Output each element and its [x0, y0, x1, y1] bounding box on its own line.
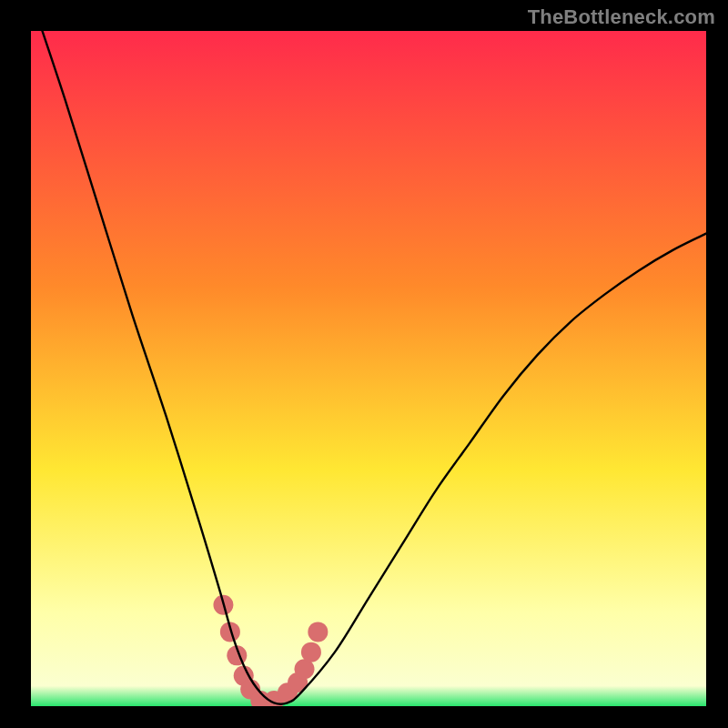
chart-frame: TheBottleneck.com	[0, 0, 728, 728]
watermark-text: TheBottleneck.com	[528, 5, 715, 29]
plot-area	[31, 31, 706, 706]
chart-svg	[31, 31, 706, 706]
marker-dot	[308, 622, 328, 642]
marker-dot	[301, 642, 321, 662]
gradient-background	[31, 31, 706, 706]
